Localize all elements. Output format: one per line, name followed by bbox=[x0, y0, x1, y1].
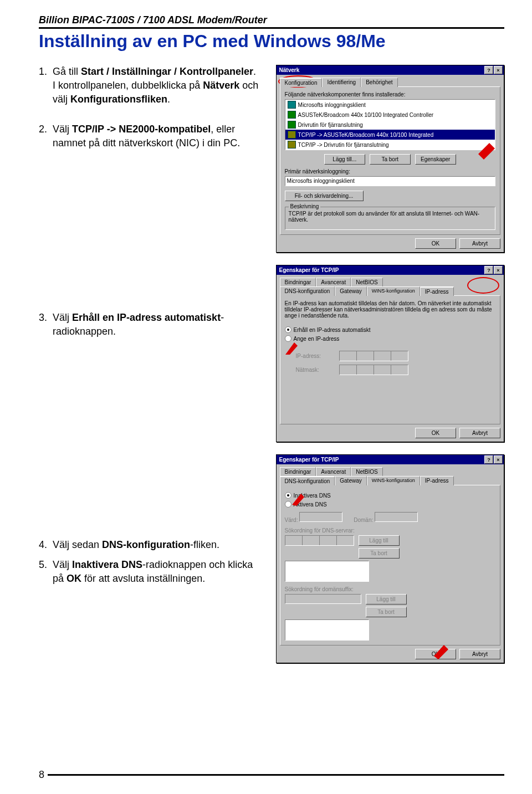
add-button: Lägg till bbox=[366, 594, 407, 605]
ok-button[interactable]: OK bbox=[415, 238, 456, 249]
instructions-column: 1. Gå till Start / Inställningar / Kontr… bbox=[39, 65, 259, 663]
step-number: 2. bbox=[39, 122, 47, 156]
radio-disable-dns[interactable]: Inaktivera DNS bbox=[285, 492, 495, 499]
page-title: Inställning av en PC med Windows 98/Me bbox=[39, 31, 504, 52]
tab-bindings[interactable]: Bindningar bbox=[280, 467, 316, 476]
step-number: 4. bbox=[39, 538, 47, 557]
mask-input bbox=[339, 365, 408, 375]
login-select[interactable]: Microsofts inloggningsklient bbox=[285, 176, 495, 186]
domain-label: Domän: bbox=[354, 517, 373, 523]
ip-input bbox=[339, 351, 408, 361]
tab-gateway[interactable]: Gateway bbox=[335, 476, 366, 485]
tab-identification[interactable]: Identifiering bbox=[322, 78, 361, 87]
suffix-input bbox=[285, 594, 361, 604]
document-header: Billion BIPAC-7100S / 7100 ADSL Modem/Ro… bbox=[39, 14, 504, 29]
footer-rule bbox=[48, 774, 504, 776]
help-button[interactable]: ? bbox=[484, 66, 493, 74]
tab-wins[interactable]: WINS-konfiguration bbox=[367, 476, 420, 485]
list-item-selected[interactable]: TCP/IP -> ASUSTeK/Broadcom 440x 10/100 I… bbox=[285, 130, 495, 140]
protocol-icon bbox=[288, 131, 296, 139]
ip-label: IP-adress: bbox=[296, 353, 335, 359]
description-caption: Beskrivning bbox=[289, 203, 321, 209]
close-button[interactable]: × bbox=[494, 66, 503, 74]
ip-description: En IP-adress kan automatiskt tilldelas d… bbox=[285, 300, 495, 319]
remove-button[interactable]: Ta bort bbox=[370, 154, 411, 165]
tab-dns[interactable]: DNS-konfiguration bbox=[280, 476, 335, 485]
help-button[interactable]: ? bbox=[484, 266, 493, 274]
suffix-list bbox=[285, 619, 369, 641]
tab-gateway[interactable]: Gateway bbox=[335, 286, 366, 296]
close-button[interactable]: × bbox=[494, 266, 503, 274]
step-1-text: Gå till Start / Inställningar / Kontroll… bbox=[53, 65, 259, 107]
description-text: TCP/IP är det protokoll som du använder … bbox=[289, 211, 492, 226]
component-list[interactable]: Microsofts inloggningsklient ASUSTeK/Bro… bbox=[285, 99, 495, 150]
close-button[interactable]: × bbox=[494, 455, 503, 464]
adapter-icon bbox=[288, 111, 296, 119]
dialog-title: Egenskaper för TCP/IP bbox=[278, 457, 484, 463]
mask-label: Nätmask: bbox=[296, 367, 335, 373]
remove-button: Ta bort bbox=[359, 548, 400, 559]
tab-netbios[interactable]: NetBIOS bbox=[351, 278, 382, 286]
tab-dns[interactable]: DNS-konfiguration bbox=[280, 286, 335, 296]
dns-input bbox=[285, 535, 354, 546]
radio-manual-ip[interactable]: Ange en IP-adress bbox=[285, 335, 495, 342]
tab-configuration[interactable]: Konfiguration bbox=[280, 78, 323, 87]
network-dialog: Nätverk ? × Konfiguration Identifiering … bbox=[276, 65, 504, 253]
list-item[interactable]: Microsofts inloggningsklient bbox=[285, 100, 495, 110]
ok-button[interactable]: OK bbox=[415, 428, 456, 438]
step-4-text: Välj sedan DNS-konfiguration-fliken. bbox=[53, 538, 219, 552]
tab-advanced[interactable]: Avancerat bbox=[316, 278, 351, 286]
step-number: 3. bbox=[39, 311, 47, 344]
sharing-button[interactable]: Fil- och skrivardelning... bbox=[285, 191, 364, 201]
component-list-label: Följande nätverkskomponenter finns insta… bbox=[285, 91, 495, 98]
dns-list bbox=[285, 561, 369, 582]
list-item[interactable]: TCP/IP -> Drivrutin för fjärranslutning bbox=[285, 140, 495, 150]
suffix-order-label: Sökordning för domänsuffix: bbox=[285, 586, 495, 592]
dialog-title: Nätverk bbox=[278, 67, 484, 73]
client-icon bbox=[288, 101, 296, 109]
step-number: 1. bbox=[39, 65, 47, 112]
step-2-text: Välj TCP/IP -> NE2000-kompatibel, eller … bbox=[53, 122, 259, 150]
step-3-text: Välj Erhåll en IP-adress automatiskt-rad… bbox=[53, 311, 259, 339]
domain-input bbox=[375, 512, 418, 522]
tab-access[interactable]: Behörighet bbox=[361, 78, 397, 87]
ok-button[interactable]: OK bbox=[415, 649, 456, 659]
dialog-title: Egenskaper för TCP/IP bbox=[278, 267, 484, 273]
properties-button[interactable]: Egenskaper bbox=[415, 154, 456, 165]
host-input bbox=[299, 512, 342, 522]
tab-wins[interactable]: WINS-konfiguration bbox=[367, 286, 420, 296]
cancel-button[interactable]: Avbryt bbox=[459, 238, 500, 249]
tcpip-dns-dialog: Egenskaper för TCP/IP ? × Bindningar Ava… bbox=[276, 454, 504, 663]
page-number: 8 bbox=[39, 769, 44, 781]
host-label: Värd: bbox=[285, 517, 298, 523]
tab-bindings[interactable]: Bindningar bbox=[280, 278, 316, 286]
cancel-button[interactable]: Avbryt bbox=[459, 649, 500, 659]
adapter-icon bbox=[288, 121, 296, 129]
radio-enable-dns[interactable]: Aktivera DNS bbox=[285, 501, 495, 508]
list-item[interactable]: ASUSTeK/Broadcom 440x 10/100 Integrated … bbox=[285, 110, 495, 120]
step-number: 5. bbox=[39, 558, 47, 591]
protocol-icon bbox=[288, 141, 296, 148]
add-button[interactable]: Lägg till... bbox=[324, 154, 365, 165]
tab-netbios[interactable]: NetBIOS bbox=[351, 467, 382, 476]
tab-advanced[interactable]: Avancerat bbox=[316, 467, 351, 476]
remove-button: Ta bort bbox=[366, 607, 407, 617]
login-label: Primär nätverksinloggning: bbox=[285, 168, 495, 175]
tab-ipaddress[interactable]: IP-adress bbox=[420, 476, 454, 485]
step-5-text: Välj Inaktivera DNS-radioknappen och kli… bbox=[53, 558, 259, 586]
cancel-button[interactable]: Avbryt bbox=[459, 428, 500, 438]
dns-order-label: Sökordning för DNS-servrar: bbox=[285, 527, 495, 534]
add-button: Lägg till bbox=[359, 535, 400, 546]
radio-auto-ip[interactable]: Erhåll en IP-adress automatiskt bbox=[285, 326, 495, 333]
tab-ipaddress[interactable]: IP-adress bbox=[420, 286, 454, 296]
list-item[interactable]: Drivrutin för fjärranslutning bbox=[285, 120, 495, 130]
tcpip-properties-dialog: Egenskaper för TCP/IP ? × Bindningar Ava… bbox=[276, 265, 504, 442]
help-button[interactable]: ? bbox=[484, 455, 493, 464]
